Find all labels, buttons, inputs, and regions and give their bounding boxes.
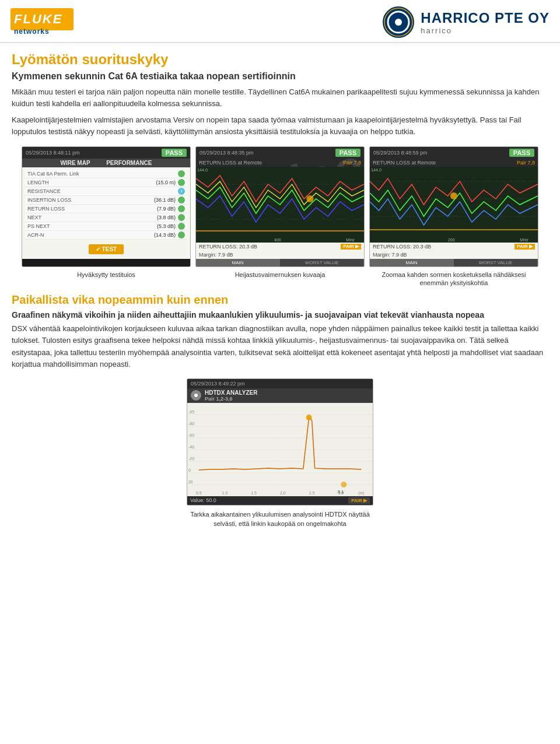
pass-badge-3: PASS [509,149,534,157]
pair-label-2: Pair 7,8 [343,160,361,166]
wire-map-row-4: INSERTION LOSS (36.1 dB) [25,196,187,205]
row-label-6: NEXT [27,215,108,220]
caption-2: Heijastusvaimernuksen kuvaaja [195,271,365,288]
return-loss-label-3: RETURN LOSS at Remote [373,160,436,166]
harrico-logo: HARRICO PTE OY harrico [382,6,550,38]
svg-point-12 [306,195,313,202]
row-value-4: (36.1 dB) [108,197,176,203]
svg-text:-95: -95 [188,410,194,414]
svg-text:200: 200 [448,238,455,243]
tab-worst-3[interactable]: WORST VALUE [454,259,538,266]
graph-tabs-2[interactable]: MAIN WORST VALUE [196,259,364,266]
svg-point-5 [395,19,402,26]
svg-text:0: 0 [188,468,191,472]
graph-info-3: RETURN LOSS: 20.3 dB PAIR ▶ [370,243,538,251]
check-icon-6 [178,214,185,221]
row-value-6: (3.8 dB) [108,215,176,220]
pair-label-3: Pair 7,8 [517,160,535,166]
wire-map-row-2: LENGTH (15.0 m) [25,178,187,187]
svg-text:1.5: 1.5 [251,491,257,495]
svg-text:networks: networks [14,27,50,36]
svg-text:-40: -40 [188,445,194,449]
panels-row: 05/29/2013 8:48:11 pm PASS WIRE MAP PERF… [12,146,548,267]
bottom-subtitle: Pair 1,2-3,6 [205,396,257,402]
row-label-7: PS NEXT [27,223,108,229]
return-loss-chart-3: 144.0 200 MHz [370,167,538,243]
panel-body-1: TIA Cat 6A Perm. Link LENGTH (15.0 m) RE… [22,167,190,259]
bottom-timestamp: 05/29/2013 8:49:22 pm [191,381,245,387]
test-button[interactable]: ✓ TEST [89,244,124,254]
panel-header-1: 05/29/2013 8:48:11 pm PASS [22,147,190,159]
svg-text:MHz: MHz [346,238,355,243]
row-label-1: TIA Cat 6A Perm. Link [27,171,108,177]
harrico-logo-icon [382,6,415,38]
margin-info-3: Margin: 7.9 dB [370,251,538,259]
svg-text:144.0: 144.0 [371,168,382,173]
check-icon-8 [178,231,185,238]
return-loss-value-2: RETURN LOSS: 20.3 dB [199,244,257,250]
panel-timestamp-2: 05/29/2013 8:48:35 pm [200,150,254,156]
pair-btn-bottom[interactable]: PAIR ▶ [348,497,370,504]
row-value-2: (15.0 m) [108,180,176,185]
graph-tabs-3[interactable]: MAIN WORST VALUE [370,259,538,266]
panel-timestamp-3: 05/29/2013 8:48:59 pm [373,150,428,156]
pair-btn-3: PAIR ▶ [514,244,535,250]
fluke-logo-svg: FLUKE networks [10,8,75,36]
bottom-title: HDTDX ANALYZER [205,389,257,396]
panel-wiremap: 05/29/2013 8:48:11 pm PASS WIRE MAP PERF… [22,146,191,267]
bottom-panel-title: HDTDX ANALYZER Pair 1,2-3,6 [187,388,373,403]
wire-map-row-7: PS NEXT (5.3 dB) [25,222,187,231]
harrico-sub: harrico [421,26,550,35]
bottom-panel: 05/29/2013 8:49:22 pm HDTDX ANALYZER Pai… [187,378,373,506]
row-value-7: (5.3 dB) [108,223,176,229]
panel-header-2: 05/29/2013 8:48:35 pm PASS [196,147,364,159]
wire-map-row-5: RETURN LOSS (7.9 dB) [25,205,187,213]
return-loss-value-3: RETURN LOSS: 20.3 dB [373,244,431,250]
tab-main-3[interactable]: MAIN [370,259,454,266]
bottom-graph-area: -95 -80 -60 -40 -20 0 20 0.5 1.0 1.5 2.0… [187,403,373,496]
margin-label-3: Margin: 7.9 dB [373,252,407,258]
para2: Kaapelointijärjestelmien valmistajien ar… [12,114,548,138]
section2-subtitle: Graafinen näkymä vikoihin ja niiden aihe… [12,310,548,320]
main-title: Lyömätön suorituskyky [12,51,548,68]
svg-point-21 [450,192,457,199]
section2-title: Paikallista vika nopeammin kuin ennen [12,293,548,307]
bottom-graph-footer: Value: 50.0 PAIR ▶ [187,496,373,505]
row-label-4: INSERTION LOSS [27,197,108,203]
svg-text:-80: -80 [188,422,194,426]
caption-text-2: Heijastusvaimernuksen kuvaaja [235,271,326,278]
return-loss-chart-2: 144.0 400 MHz [196,167,364,243]
row-label-3: RESISTANCE [27,188,108,194]
wire-map-row-1: TIA Cat 6A Perm. Link [25,170,187,178]
caption-text-3: Zoomaa kahden sormen kosketuksella nähdä… [382,271,526,287]
main-subtitle: Kymmenen sekunnin Cat 6A testiaika takaa… [12,71,548,82]
tab-worst-2[interactable]: WORST VALUE [280,259,364,266]
bottom-panel-row: 05/29/2013 8:49:22 pm HDTDX ANALYZER Pai… [12,378,548,506]
bottom-panel-header: 05/29/2013 8:49:22 pm [187,379,373,388]
bottom-caption: Tarkka aikakantainen ylikuulumisen analy… [187,510,373,529]
analyzer-icon [191,390,201,401]
panel-timestamp-1: 05/29/2013 8:48:11 pm [26,150,80,156]
wire-map-row-3: RESISTANCE i [25,187,187,196]
fluke-logo: FLUKE networks [10,8,75,36]
graph-info-2: RETURN LOSS: 20.3 dB PAIR ▶ [196,243,364,251]
caption-1: Hyväksytty testituios [22,271,191,288]
row-value-8: (14.3 dB) [108,232,176,238]
svg-text:-60: -60 [188,433,194,437]
row-value-5: (7.9 dB) [108,206,176,212]
svg-text:FLUKE: FLUKE [14,12,62,26]
pass-badge-2: PASS [335,149,360,157]
svg-text:400: 400 [274,238,281,243]
value-label: Value: 50.0 [190,497,216,504]
harrico-name: HARRICO PTE OY [421,10,550,26]
check-icon-7 [178,223,185,230]
info-icon-1: i [178,188,185,195]
svg-text:0.1: 0.1 [338,490,344,494]
svg-text:(m): (m) [358,491,364,496]
check-icon-4 [178,196,185,203]
wire-map-row-8: ACR-N (14.3 dB) [25,231,187,240]
caption-text-1: Hyväksytty testituios [77,271,135,278]
wire-map-row-6: NEXT (3.8 dB) [25,213,187,222]
check-icon-2 [178,179,185,186]
tab-main-2[interactable]: MAIN [196,259,280,266]
